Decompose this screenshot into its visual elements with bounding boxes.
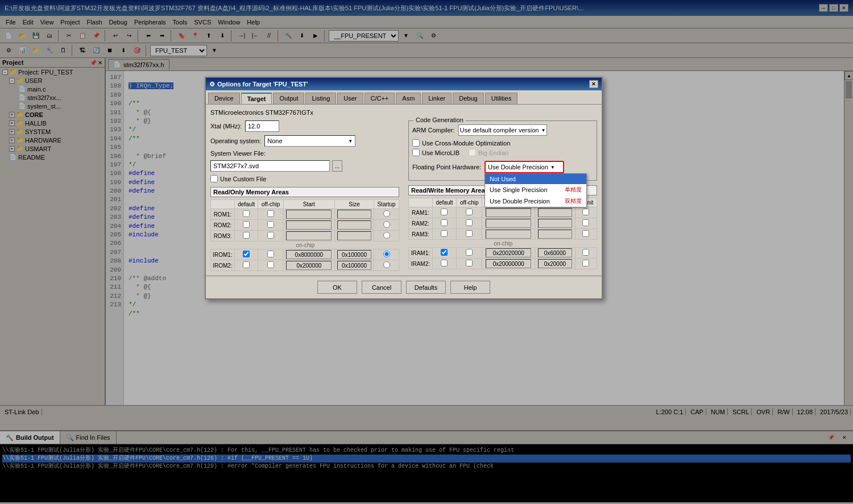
ram3-row: RAM3: (409, 229, 597, 240)
xtal-row: Xtal (MHz): (210, 120, 399, 132)
custom-file-row: Use Custom File (210, 175, 399, 182)
rom3-name: ROM3: (211, 231, 235, 241)
irom1-default[interactable] (243, 251, 250, 257)
ram3-offchip[interactable] (466, 230, 473, 237)
cross-module-checkbox[interactable] (412, 139, 420, 147)
tab-debug[interactable]: Debug (453, 93, 483, 104)
ram1-name: RAM1: (409, 207, 433, 218)
readwrite-mem-table: default off-chip Start Size NoInit RAM1: (408, 198, 597, 269)
irom1-size[interactable] (337, 250, 371, 259)
iram1-offchip[interactable] (466, 249, 473, 256)
rom1-start[interactable] (286, 210, 332, 219)
iram2-start[interactable] (486, 259, 531, 268)
defaults-button[interactable]: Defaults (406, 281, 446, 294)
rom2-startup[interactable] (383, 221, 390, 228)
big-endian-row: Big Endian (469, 149, 508, 156)
iram2-row: IRAM2: (409, 259, 597, 269)
iram1-noinit[interactable] (582, 249, 589, 256)
sv-file-input[interactable] (210, 160, 330, 172)
cancel-button[interactable]: Cancel (362, 281, 401, 294)
rom1-default[interactable] (243, 210, 250, 217)
rom1-size[interactable] (337, 210, 371, 219)
irom2-default[interactable] (243, 261, 250, 268)
fp-dropdown-container: Use Double Precision ▼ Not Used (485, 161, 564, 173)
iram1-default[interactable] (441, 249, 448, 256)
tab-output[interactable]: Output (273, 93, 304, 104)
fp-double-zh: 双精度 (565, 197, 582, 205)
rom1-row: ROM1: (211, 209, 399, 220)
fp-option-not-used[interactable]: Not Used (485, 174, 586, 184)
rom1-startup[interactable] (383, 210, 390, 217)
tab-cc[interactable]: C/C++ (365, 93, 395, 104)
custom-file-checkbox[interactable] (210, 175, 218, 182)
rom1-offchip[interactable] (267, 210, 274, 217)
microlib-row: Use MicroLIB (412, 149, 459, 156)
ok-button[interactable]: OK (317, 281, 357, 294)
irom1-startup[interactable] (383, 251, 390, 257)
rom3-startup[interactable] (383, 232, 390, 239)
dialog-close-btn[interactable]: ✕ (589, 80, 598, 88)
ram1-default[interactable] (441, 209, 448, 215)
fp-dropdown-arrow: ▼ (550, 165, 555, 170)
rom2-start[interactable] (286, 220, 332, 230)
ram2-default[interactable] (441, 219, 448, 226)
iram2-default[interactable] (441, 260, 448, 266)
tab-target[interactable]: Target (241, 93, 272, 104)
ram3-noinit[interactable] (582, 230, 589, 237)
ram2-noinit[interactable] (582, 219, 589, 226)
rom3-offchip[interactable] (267, 232, 274, 239)
fp-option-double[interactable]: Use Double Precision 双精度 (485, 195, 586, 207)
sv-browse-btn[interactable]: ... (332, 160, 342, 172)
ram2-offchip[interactable] (466, 219, 473, 226)
help-button[interactable]: Help (450, 281, 490, 294)
iram2-name: IRAM2: (409, 259, 433, 269)
arm-compiler-dropdown[interactable]: Use default compiler version ▼ (458, 124, 548, 136)
rom2-size[interactable] (337, 220, 371, 230)
dialog-content: STMicroelectronics STM32F767IGTx Xtal (M… (206, 105, 602, 276)
ram1-noinit[interactable] (582, 209, 589, 215)
xtal-input[interactable] (245, 120, 279, 132)
rom3-default[interactable] (243, 232, 250, 239)
rom2-offchip[interactable] (267, 221, 274, 228)
tab-linker[interactable]: Linker (422, 93, 452, 104)
iram1-start[interactable] (486, 248, 531, 257)
ram1-size[interactable] (538, 208, 572, 217)
rom3-size[interactable] (337, 231, 371, 240)
tab-asm[interactable]: Asm (396, 93, 421, 104)
ram3-size[interactable] (538, 230, 572, 239)
irom2-size[interactable] (337, 261, 371, 270)
irom2-startup[interactable] (383, 261, 390, 268)
tab-device[interactable]: Device (208, 93, 240, 104)
irom1-name: IROM1: (211, 249, 235, 260)
os-dropdown[interactable]: None ▼ (264, 135, 355, 147)
fp-hardware-row: Floating Point Hardware: Use Double Prec… (412, 161, 593, 173)
iram1-name: IRAM1: (409, 248, 433, 259)
ram1-start[interactable] (486, 208, 531, 217)
tab-utilities[interactable]: Utilities (485, 93, 517, 104)
ram2-size[interactable] (538, 219, 572, 228)
tab-user[interactable]: User (337, 93, 363, 104)
irom1-start[interactable] (286, 250, 332, 259)
irom1-offchip[interactable] (267, 251, 274, 257)
arm-compiler-arrow: ▼ (541, 128, 545, 133)
iram2-noinit[interactable] (582, 260, 589, 266)
big-endian-checkbox[interactable] (469, 149, 476, 156)
rom-col-default: default (234, 200, 258, 209)
iram2-offchip[interactable] (466, 260, 473, 266)
iram1-size[interactable] (538, 248, 572, 257)
dialog-overlay: ⚙ Options for Target 'FPU_TEST' ✕ Device… (0, 0, 853, 504)
rom3-start[interactable] (286, 231, 332, 240)
irom2-start[interactable] (286, 261, 332, 270)
fp-option-single[interactable]: Use Single Precision 单精度 (485, 184, 586, 195)
fp-dropdown-btn[interactable]: Use Double Precision ▼ (485, 161, 564, 173)
irom1-row: IROM1: (211, 249, 399, 260)
iram2-size[interactable] (538, 259, 572, 268)
ram2-start[interactable] (486, 219, 531, 228)
ram3-start[interactable] (486, 230, 531, 239)
rom2-default[interactable] (243, 221, 250, 228)
irom2-offchip[interactable] (267, 261, 274, 268)
ram1-offchip[interactable] (466, 209, 473, 215)
ram3-default[interactable] (441, 230, 448, 237)
tab-listing[interactable]: Listing (305, 93, 336, 104)
microlib-checkbox[interactable] (412, 149, 420, 156)
